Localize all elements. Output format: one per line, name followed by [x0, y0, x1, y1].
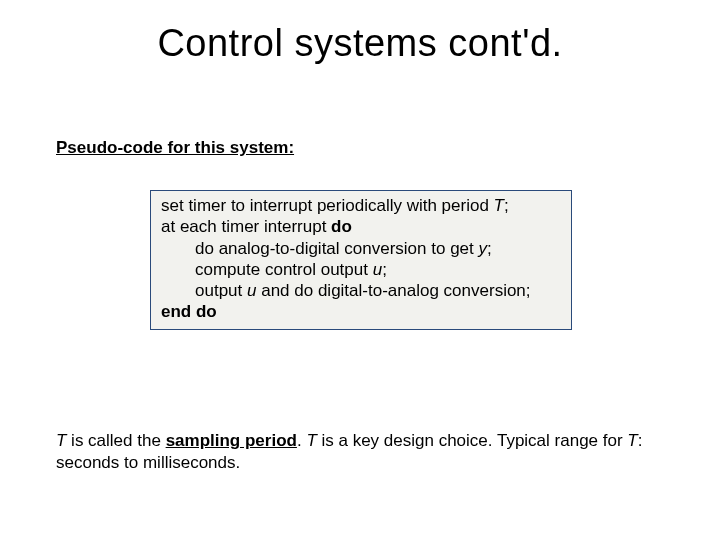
code-text: compute control output [195, 260, 373, 279]
code-text: at each timer interrupt [161, 217, 331, 236]
footer-var-T: T [56, 431, 66, 450]
code-line-5: output u and do digital-to-analog conver… [161, 280, 561, 301]
code-text: and do digital-to-analog conversion; [256, 281, 530, 300]
code-line-3: do analog-to-digital conversion to get y… [161, 238, 561, 259]
section-label: Pseudo-code for this system: [56, 138, 294, 158]
footer-var-T: T [306, 431, 316, 450]
code-var-T: T [494, 196, 504, 215]
footer-text: is a key design choice. Typical range fo… [317, 431, 628, 450]
code-line-6: end do [161, 301, 561, 322]
code-text: output [195, 281, 247, 300]
code-line-1: set timer to interrupt periodically with… [161, 195, 561, 216]
code-text: ; [382, 260, 387, 279]
footer-text: . [297, 431, 306, 450]
slide: Control systems cont'd. Pseudo-code for … [0, 0, 720, 540]
code-text: set timer to interrupt periodically with… [161, 196, 494, 215]
code-text: ; [487, 239, 492, 258]
code-text: do analog-to-digital conversion to get [195, 239, 479, 258]
code-var-y: y [479, 239, 488, 258]
code-line-4: compute control output u; [161, 259, 561, 280]
pseudocode-box: set timer to interrupt periodically with… [150, 190, 572, 330]
footer-var-T: T [627, 431, 637, 450]
footer-text: is called the [66, 431, 165, 450]
code-line-2: at each timer interrupt do [161, 216, 561, 237]
code-var-u: u [373, 260, 382, 279]
code-keyword-do: do [331, 217, 352, 236]
footer-paragraph: T is called the sampling period. T is a … [56, 430, 666, 474]
slide-title: Control systems cont'd. [0, 22, 720, 65]
code-text: ; [504, 196, 509, 215]
sampling-period-term: sampling period [166, 431, 297, 450]
